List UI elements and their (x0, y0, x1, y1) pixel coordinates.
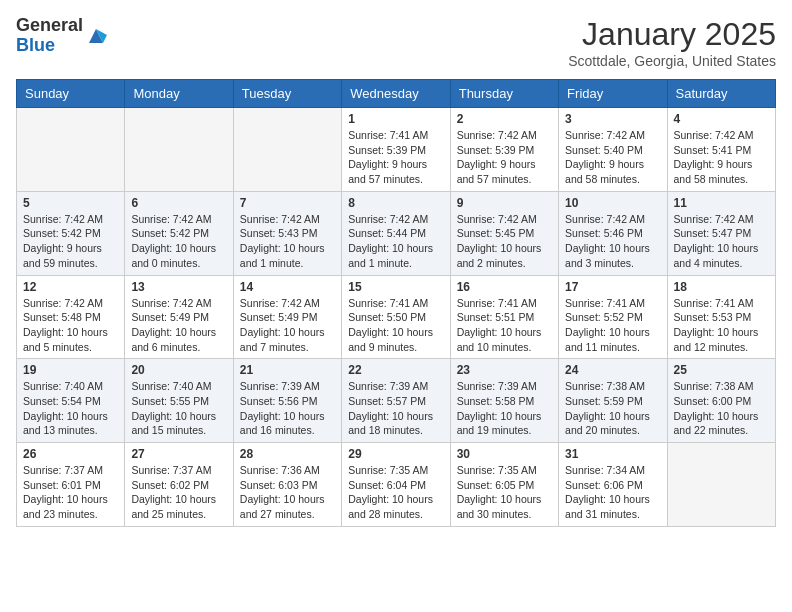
day-info-line: Sunrise: 7:37 AM (23, 463, 118, 478)
calendar-cell (233, 108, 341, 192)
day-info-line: Sunrise: 7:42 AM (565, 212, 660, 227)
weekday-header-friday: Friday (559, 80, 667, 108)
day-number: 23 (457, 363, 552, 377)
day-info-line: Daylight: 10 hours and 25 minutes. (131, 492, 226, 521)
day-number: 21 (240, 363, 335, 377)
day-info-line: Daylight: 10 hours and 6 minutes. (131, 325, 226, 354)
day-info: Sunrise: 7:34 AMSunset: 6:06 PMDaylight:… (565, 463, 660, 522)
day-info-line: Sunrise: 7:39 AM (348, 379, 443, 394)
calendar-week-row: 5Sunrise: 7:42 AMSunset: 5:42 PMDaylight… (17, 191, 776, 275)
day-info-line: Sunset: 5:42 PM (131, 226, 226, 241)
day-info-line: Sunset: 5:44 PM (348, 226, 443, 241)
day-number: 17 (565, 280, 660, 294)
day-info-line: Sunrise: 7:41 AM (674, 296, 769, 311)
day-info-line: Daylight: 10 hours and 10 minutes. (457, 325, 552, 354)
day-number: 9 (457, 196, 552, 210)
day-info: Sunrise: 7:42 AMSunset: 5:49 PMDaylight:… (131, 296, 226, 355)
calendar-cell: 21Sunrise: 7:39 AMSunset: 5:56 PMDayligh… (233, 359, 341, 443)
day-info-line: Sunset: 5:40 PM (565, 143, 660, 158)
day-info-line: Sunrise: 7:39 AM (240, 379, 335, 394)
day-number: 13 (131, 280, 226, 294)
day-info-line: Sunset: 6:02 PM (131, 478, 226, 493)
day-number: 18 (674, 280, 769, 294)
day-info-line: Daylight: 9 hours and 58 minutes. (565, 157, 660, 186)
calendar-cell (125, 108, 233, 192)
day-info: Sunrise: 7:41 AMSunset: 5:52 PMDaylight:… (565, 296, 660, 355)
day-number: 8 (348, 196, 443, 210)
title-block: January 2025 Scottdale, Georgia, United … (568, 16, 776, 69)
day-number: 4 (674, 112, 769, 126)
day-info-line: Daylight: 10 hours and 19 minutes. (457, 409, 552, 438)
calendar-cell: 5Sunrise: 7:42 AMSunset: 5:42 PMDaylight… (17, 191, 125, 275)
calendar-cell: 2Sunrise: 7:42 AMSunset: 5:39 PMDaylight… (450, 108, 558, 192)
month-title: January 2025 (568, 16, 776, 53)
calendar-week-row: 19Sunrise: 7:40 AMSunset: 5:54 PMDayligh… (17, 359, 776, 443)
day-info-line: Daylight: 10 hours and 3 minutes. (565, 241, 660, 270)
day-info-line: Daylight: 9 hours and 58 minutes. (674, 157, 769, 186)
calendar-cell: 12Sunrise: 7:42 AMSunset: 5:48 PMDayligh… (17, 275, 125, 359)
day-info-line: Daylight: 10 hours and 30 minutes. (457, 492, 552, 521)
day-info-line: Sunset: 5:49 PM (131, 310, 226, 325)
day-info-line: Sunset: 5:59 PM (565, 394, 660, 409)
day-info: Sunrise: 7:40 AMSunset: 5:55 PMDaylight:… (131, 379, 226, 438)
day-info-line: Sunset: 6:03 PM (240, 478, 335, 493)
day-info: Sunrise: 7:35 AMSunset: 6:05 PMDaylight:… (457, 463, 552, 522)
day-info: Sunrise: 7:42 AMSunset: 5:42 PMDaylight:… (23, 212, 118, 271)
day-info: Sunrise: 7:37 AMSunset: 6:01 PMDaylight:… (23, 463, 118, 522)
weekday-header-sunday: Sunday (17, 80, 125, 108)
calendar-cell: 9Sunrise: 7:42 AMSunset: 5:45 PMDaylight… (450, 191, 558, 275)
location: Scottdale, Georgia, United States (568, 53, 776, 69)
calendar-cell: 18Sunrise: 7:41 AMSunset: 5:53 PMDayligh… (667, 275, 775, 359)
calendar-cell: 27Sunrise: 7:37 AMSunset: 6:02 PMDayligh… (125, 443, 233, 527)
day-info-line: Sunset: 5:45 PM (457, 226, 552, 241)
day-info-line: Daylight: 9 hours and 59 minutes. (23, 241, 118, 270)
day-info-line: Sunrise: 7:35 AM (348, 463, 443, 478)
day-info-line: Sunset: 5:47 PM (674, 226, 769, 241)
day-info: Sunrise: 7:39 AMSunset: 5:57 PMDaylight:… (348, 379, 443, 438)
day-number: 16 (457, 280, 552, 294)
calendar-cell: 20Sunrise: 7:40 AMSunset: 5:55 PMDayligh… (125, 359, 233, 443)
day-info-line: Daylight: 10 hours and 9 minutes. (348, 325, 443, 354)
day-number: 2 (457, 112, 552, 126)
day-info-line: Sunrise: 7:41 AM (348, 296, 443, 311)
day-number: 12 (23, 280, 118, 294)
calendar-cell: 17Sunrise: 7:41 AMSunset: 5:52 PMDayligh… (559, 275, 667, 359)
calendar-cell: 10Sunrise: 7:42 AMSunset: 5:46 PMDayligh… (559, 191, 667, 275)
day-number: 27 (131, 447, 226, 461)
calendar-cell: 22Sunrise: 7:39 AMSunset: 5:57 PMDayligh… (342, 359, 450, 443)
day-info-line: Sunset: 5:48 PM (23, 310, 118, 325)
day-info-line: Daylight: 10 hours and 13 minutes. (23, 409, 118, 438)
day-info-line: Sunrise: 7:38 AM (674, 379, 769, 394)
day-info-line: Daylight: 10 hours and 15 minutes. (131, 409, 226, 438)
day-number: 5 (23, 196, 118, 210)
day-info-line: Daylight: 10 hours and 23 minutes. (23, 492, 118, 521)
day-info-line: Sunrise: 7:42 AM (131, 296, 226, 311)
day-info-line: Daylight: 10 hours and 12 minutes. (674, 325, 769, 354)
calendar-cell: 24Sunrise: 7:38 AMSunset: 5:59 PMDayligh… (559, 359, 667, 443)
calendar-cell: 4Sunrise: 7:42 AMSunset: 5:41 PMDaylight… (667, 108, 775, 192)
calendar-cell: 6Sunrise: 7:42 AMSunset: 5:42 PMDaylight… (125, 191, 233, 275)
day-info-line: Sunset: 5:56 PM (240, 394, 335, 409)
calendar-week-row: 26Sunrise: 7:37 AMSunset: 6:01 PMDayligh… (17, 443, 776, 527)
weekday-header-saturday: Saturday (667, 80, 775, 108)
logo-blue: Blue (16, 36, 83, 56)
day-info: Sunrise: 7:41 AMSunset: 5:53 PMDaylight:… (674, 296, 769, 355)
day-info-line: Sunset: 6:01 PM (23, 478, 118, 493)
day-number: 19 (23, 363, 118, 377)
day-info-line: Daylight: 10 hours and 5 minutes. (23, 325, 118, 354)
day-info-line: Daylight: 10 hours and 16 minutes. (240, 409, 335, 438)
day-info-line: Sunset: 5:51 PM (457, 310, 552, 325)
day-info: Sunrise: 7:38 AMSunset: 5:59 PMDaylight:… (565, 379, 660, 438)
day-info-line: Sunset: 5:49 PM (240, 310, 335, 325)
day-number: 29 (348, 447, 443, 461)
day-info-line: Daylight: 10 hours and 18 minutes. (348, 409, 443, 438)
day-number: 14 (240, 280, 335, 294)
calendar-cell: 15Sunrise: 7:41 AMSunset: 5:50 PMDayligh… (342, 275, 450, 359)
day-info: Sunrise: 7:41 AMSunset: 5:51 PMDaylight:… (457, 296, 552, 355)
day-info: Sunrise: 7:42 AMSunset: 5:39 PMDaylight:… (457, 128, 552, 187)
day-info: Sunrise: 7:38 AMSunset: 6:00 PMDaylight:… (674, 379, 769, 438)
calendar-cell: 19Sunrise: 7:40 AMSunset: 5:54 PMDayligh… (17, 359, 125, 443)
day-info-line: Sunrise: 7:37 AM (131, 463, 226, 478)
day-info-line: Sunset: 5:43 PM (240, 226, 335, 241)
logo-general: General (16, 16, 83, 36)
